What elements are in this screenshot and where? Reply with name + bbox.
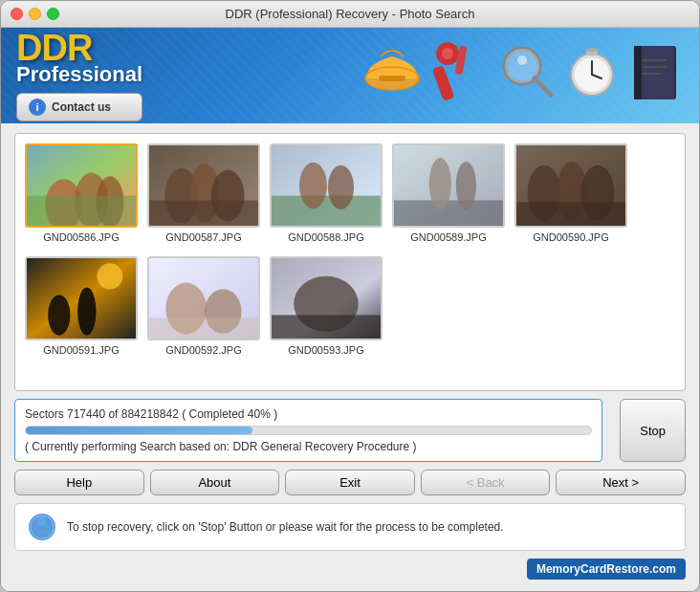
svg-rect-37	[394, 145, 503, 226]
photo-label-591: GND00591.JPG	[43, 344, 119, 356]
info-icon	[27, 512, 57, 542]
photo-item-591[interactable]: GND00591.JPG	[25, 256, 138, 356]
svg-point-39	[429, 158, 451, 209]
svg-rect-16	[588, 48, 596, 52]
svg-rect-27	[27, 196, 136, 226]
contact-label: Contact us	[52, 100, 111, 114]
close-button[interactable]	[11, 8, 23, 20]
help-button[interactable]: Help	[14, 470, 144, 495]
svg-rect-41	[516, 145, 625, 226]
progress-subtext: ( Currently performing Search based on: …	[25, 440, 592, 453]
svg-rect-54	[272, 258, 381, 339]
photo-thumb-592[interactable]	[147, 256, 260, 340]
svg-rect-38	[394, 200, 503, 226]
svg-point-58	[38, 516, 46, 526]
svg-rect-50	[149, 258, 258, 339]
photo-thumb-591[interactable]	[25, 256, 138, 340]
header-band: DDR Professional i Contact us	[1, 28, 699, 123]
contact-button[interactable]: i Contact us	[16, 93, 142, 121]
photo-grid: GND00586.JPG	[15, 134, 685, 390]
logo-area: DDR Professional i Contact us	[16, 30, 142, 121]
exit-button[interactable]: Exit	[285, 470, 415, 495]
minimize-button[interactable]	[29, 8, 41, 20]
photo-row-2: GND00591.JPG GND00592.JPG	[25, 256, 666, 356]
wrench-icon	[432, 36, 490, 103]
svg-rect-33	[272, 145, 381, 226]
title-bar: DDR (Professional) Recovery - Photo Sear…	[1, 1, 699, 28]
photo-row-1: GND00586.JPG	[25, 143, 666, 243]
svg-point-55	[294, 276, 359, 332]
photo-item-586[interactable]: GND00586.JPG	[25, 143, 138, 243]
svg-point-10	[517, 55, 527, 65]
footer-row: MemoryCardRestore.com	[14, 559, 686, 581]
photo-thumb-586[interactable]	[25, 143, 138, 228]
photo-label-589: GND00589.JPG	[410, 231, 486, 243]
logo-professional: Professional	[16, 62, 142, 87]
stop-button[interactable]: Stop	[620, 399, 686, 462]
progress-text: Sectors 717440 of 884218842 ( Completed …	[25, 407, 592, 421]
svg-point-52	[205, 289, 242, 333]
svg-rect-18	[638, 46, 674, 99]
svg-rect-3	[432, 65, 454, 101]
next-button[interactable]: Next >	[556, 470, 686, 495]
svg-point-44	[581, 165, 615, 221]
svg-point-43	[558, 162, 587, 221]
svg-point-31	[211, 170, 245, 222]
svg-rect-2	[379, 76, 405, 81]
svg-rect-45	[516, 202, 625, 226]
about-button[interactable]: About	[150, 470, 280, 495]
traffic-lights	[11, 8, 59, 20]
svg-point-30	[190, 164, 220, 223]
svg-point-47	[48, 295, 70, 336]
svg-point-25	[75, 172, 108, 226]
info-message: To stop recovery, click on 'Stop' Button…	[67, 520, 504, 534]
photo-thumb-589[interactable]	[392, 143, 505, 228]
photo-item-587[interactable]: GND00587.JPG	[147, 143, 260, 243]
photo-label-590: GND00590.JPG	[533, 231, 608, 243]
svg-rect-34	[272, 196, 381, 226]
photo-grid-wrapper: GND00586.JPG	[14, 133, 686, 391]
photo-label-588: GND00588.JPG	[288, 231, 363, 243]
svg-line-9	[535, 78, 551, 95]
photo-thumb-587[interactable]	[147, 143, 260, 228]
svg-rect-28	[149, 145, 258, 226]
info-section: To stop recovery, click on 'Stop' Button…	[14, 503, 686, 551]
contact-icon: i	[29, 99, 46, 116]
photo-thumb-590[interactable]	[514, 143, 627, 228]
photo-thumb-593[interactable]	[270, 256, 383, 340]
nav-row: Help About Exit < Back Next >	[14, 470, 686, 495]
brand-label: MemoryCardRestore.com	[527, 559, 686, 580]
svg-rect-19	[634, 46, 642, 99]
svg-point-29	[164, 168, 198, 224]
svg-point-42	[528, 165, 561, 221]
photo-item-590[interactable]: GND00590.JPG	[514, 143, 627, 243]
main-content: GND00586.JPG	[1, 123, 699, 591]
logo-ddr: DDR	[16, 30, 142, 66]
svg-rect-53	[149, 318, 258, 339]
svg-point-40	[456, 162, 476, 209]
svg-point-35	[299, 163, 327, 208]
stopwatch-icon	[563, 36, 621, 103]
photo-item-588[interactable]: GND00588.JPG	[270, 143, 383, 243]
svg-point-51	[165, 283, 207, 335]
svg-rect-32	[149, 200, 258, 226]
svg-point-36	[328, 165, 354, 209]
photo-thumb-588[interactable]	[270, 143, 383, 228]
photo-label-592: GND00592.JPG	[165, 344, 241, 356]
main-window: DDR (Professional) Recovery - Photo Sear…	[0, 0, 700, 592]
back-button[interactable]: < Back	[421, 470, 551, 495]
progress-section: Sectors 717440 of 884218842 ( Completed …	[14, 399, 602, 462]
maximize-button[interactable]	[47, 8, 59, 20]
progress-bar-fill	[26, 427, 252, 434]
magnifier-icon	[495, 39, 558, 101]
photo-item-592[interactable]: GND00592.JPG	[147, 256, 260, 356]
svg-rect-56	[272, 315, 381, 339]
tools-area	[358, 35, 684, 104]
photo-label-587: GND00587.JPG	[165, 231, 241, 243]
book-icon	[626, 36, 684, 103]
svg-point-5	[442, 48, 453, 59]
photo-item-593[interactable]: GND00593.JPG	[270, 256, 383, 356]
photo-item-589[interactable]: GND00589.JPG	[392, 143, 505, 243]
svg-point-26	[96, 176, 123, 226]
photo-label-586: GND00586.JPG	[43, 231, 119, 243]
